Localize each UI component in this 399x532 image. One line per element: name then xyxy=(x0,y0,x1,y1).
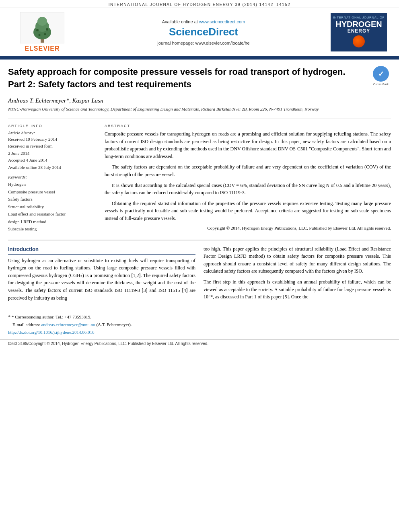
abstract-para-1: Composite pressure vessels for transport… xyxy=(105,130,391,160)
article-title: Safety approach for composite pressure v… xyxy=(8,66,371,91)
keyword-6: design LRFD method xyxy=(8,218,97,225)
star-icon: * xyxy=(8,314,10,320)
keywords-label: Keywords: xyxy=(8,175,97,179)
journal-name-hydrogen: HYDROGEN xyxy=(335,20,382,28)
hydrogen-circle-icon xyxy=(353,35,365,47)
article-info-header: ARTICLE INFO xyxy=(8,124,97,128)
abstract-copyright: Copyright © 2014, Hydrogen Energy Public… xyxy=(105,226,391,230)
svg-point-4 xyxy=(37,17,47,26)
article-history-label: Article history: xyxy=(8,130,97,135)
authors-area: Andreas T. Echtermeyer*, Kaspar Lasn NTN… xyxy=(0,94,399,116)
abstract-area: ABSTRACT Composite pressure vessels for … xyxy=(105,124,391,233)
crossmark-badge[interactable]: ✓ CrossMark xyxy=(371,66,391,86)
body-col-left: Introduction Using hydrogen as an altern… xyxy=(8,245,195,305)
email-note: E-mail address: andreas.echtermeyer@ntnu… xyxy=(8,321,391,328)
history-item-5: Available online 28 July 2014 xyxy=(8,164,97,170)
svg-point-5 xyxy=(36,29,39,31)
sciencedirect-header: Available online at www.sciencedirect.co… xyxy=(76,19,331,45)
svg-point-8 xyxy=(44,33,46,35)
history-item-1: Received 19 February 2014 xyxy=(8,136,97,142)
email-label: E-mail address: xyxy=(12,322,40,327)
journal-intl-label: International Journal of xyxy=(333,16,385,19)
intro-para-2: too high. This paper applies the princip… xyxy=(204,245,391,275)
keyword-3: Safety factors xyxy=(8,196,97,203)
introduction-title: Introduction xyxy=(8,245,195,255)
journal-name-energy: ENERGY xyxy=(348,28,370,34)
crossmark-icon: ✓ xyxy=(373,66,389,82)
header-area: ELSEVIER Available online at www.science… xyxy=(0,8,399,57)
corresponding-author-note: * * Corresponding author. Tel.: +47 7359… xyxy=(8,313,391,320)
abstract-para-2: The safety factors are dependent on the … xyxy=(105,163,391,178)
article-info-column: ARTICLE INFO Article history: Received 1… xyxy=(8,124,97,233)
elsevier-logo-area: ELSEVIER xyxy=(8,12,76,52)
body-separator xyxy=(8,240,391,240)
thin-separator-1 xyxy=(8,119,391,119)
keyword-1: Hydrogen xyxy=(8,181,97,188)
journal-top-bar: INTERNATIONAL JOURNAL OF HYDROGEN ENERGY… xyxy=(0,0,399,8)
footer-area: * * Corresponding author. Tel.: +47 7359… xyxy=(0,309,399,338)
abstract-text: Composite pressure vessels for transport… xyxy=(105,130,391,222)
article-title-area: Safety approach for composite pressure v… xyxy=(0,60,399,94)
doi-note: http://dx.doi.org/10.1016/j.ijhydene.201… xyxy=(8,329,391,336)
info-columns: ARTICLE INFO Article history: Received 1… xyxy=(0,122,399,234)
elsevier-tree-icon xyxy=(20,12,64,43)
journal-thumbnail: International Journal of HYDROGEN ENERGY xyxy=(331,13,391,51)
authors-text: Andreas T. Echtermeyer*, Kaspar Lasn xyxy=(8,97,391,104)
available-online-text: Available online at www.sciencedirect.co… xyxy=(84,19,323,24)
elsevier-brand-text: ELSEVIER xyxy=(25,45,60,52)
svg-point-7 xyxy=(39,34,41,36)
keyword-4: Structural reliability xyxy=(8,203,97,210)
abstract-para-3: It is shown that according to the calcul… xyxy=(105,182,391,197)
keyword-5: Load effect and resistance factor xyxy=(8,211,97,218)
abstract-para-4: Obtaining the required statistical infor… xyxy=(105,200,391,222)
affiliation-text: NTNU-Norwegian University of Science and… xyxy=(8,106,391,113)
issn-bar: 0360-3199/Copyright © 2014, Hydrogen Ene… xyxy=(0,339,399,347)
sciencedirect-title: ScienceDirect xyxy=(84,26,323,38)
history-item-2: Received in revised form xyxy=(8,143,97,149)
corresponding-author-text: * Corresponding author. Tel.: +47 735938… xyxy=(12,314,91,319)
keyword-7: Subscale testing xyxy=(8,226,97,232)
history-item-3: 2 June 2014 xyxy=(8,150,97,156)
author-email-link[interactable]: andreas.echtermeyer@ntnu.no xyxy=(41,322,95,327)
doi-link[interactable]: http://dx.doi.org/10.1016/j.ijhydene.201… xyxy=(8,330,95,335)
body-col-right: too high. This paper applies the princip… xyxy=(204,245,391,305)
keyword-2: Composite pressure vessel xyxy=(8,189,97,195)
svg-point-6 xyxy=(46,28,48,31)
email-person: (A.T. Echtermeyer). xyxy=(96,322,132,327)
crossmark-label: CrossMark xyxy=(373,82,389,86)
journal-homepage: journal homepage: www.elsevier.com/locat… xyxy=(84,41,323,45)
intro-para-3: The first step in this approach is estab… xyxy=(204,278,391,301)
abstract-header: ABSTRACT xyxy=(105,124,391,128)
body-columns: Introduction Using hydrogen as an altern… xyxy=(0,245,399,305)
intro-para-1: Using hydrogen as an alternative or subs… xyxy=(8,257,195,302)
sciencedirect-url[interactable]: www.sciencedirect.com xyxy=(199,19,245,24)
history-item-4: Accepted 4 June 2014 xyxy=(8,157,97,163)
